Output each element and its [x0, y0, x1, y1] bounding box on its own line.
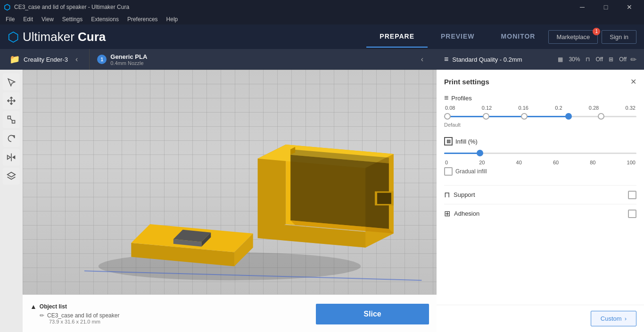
scale-tool[interactable] [3, 111, 20, 128]
support-checkbox[interactable] [628, 191, 636, 199]
infill-tick-labels: 0 20 40 60 80 100 [444, 160, 636, 165]
profiles-row: ≡ Profiles 0.08 0.12 0.16 0.2 0.28 0.32 [444, 94, 636, 128]
chevron-right-icon: › [625, 315, 627, 322]
minimize-button[interactable]: ─ [571, 0, 593, 14]
material-info: Generic PLA 0.4mm Nozzle [110, 53, 147, 66]
svg-marker-4 [12, 155, 16, 159]
right-panel: ≡ Standard Quality - 0.2mm ▦ 30% ⊓ Off ⊞… [437, 49, 644, 332]
viewport-background [23, 70, 437, 294]
quality-header: ≡ Standard Quality - 0.2mm ▦ 30% ⊓ Off ⊞… [437, 49, 644, 70]
profile-icon: ≡ [444, 94, 448, 102]
adhesion-label: ⊞ Adhesion [444, 209, 479, 218]
menu-bar: File Edit View Settings Extensions Prefe… [0, 14, 644, 24]
infill-label: ▦ Infill (%) [444, 137, 636, 146]
top-toolbar: ⬡ Ultimaker Cura PREPARE PREVIEW MONITOR… [0, 24, 644, 49]
profile-values: 0.08 0.12 0.16 0.2 0.28 0.32 [444, 105, 636, 111]
signin-button[interactable]: Sign in [602, 30, 636, 44]
gradual-infill-toggle[interactable] [444, 167, 453, 176]
custom-btn-row: Custom › [437, 305, 644, 332]
printer-section: 📁 Creality Ender-3 ‹ [6, 49, 90, 70]
slice-button[interactable]: Slice [316, 304, 429, 324]
adhesion-checkbox[interactable] [628, 210, 636, 218]
left-sidebar [0, 70, 23, 332]
top-right: Marketplace 1 Sign in [548, 30, 636, 44]
nav-tabs: PREPARE PREVIEW MONITOR [366, 26, 548, 48]
close-print-settings-button[interactable]: ✕ [630, 77, 636, 86]
layers-icon: ≡ [444, 55, 448, 64]
infill-row: ▦ Infill (%) 0 20 40 60 80 100 [444, 137, 636, 176]
layers-tool[interactable] [3, 168, 20, 185]
svg-rect-1 [12, 121, 15, 123]
support-icon-row: ⊓ [444, 190, 450, 199]
select-tool[interactable] [3, 73, 20, 90]
move-tool[interactable] [3, 92, 20, 109]
folder-icon: 📁 [9, 54, 20, 65]
adhesion-icon-row: ⊞ [444, 209, 450, 218]
gradual-infill-checkbox[interactable]: Gradual infill [444, 167, 636, 176]
svg-marker-3 [8, 155, 11, 159]
support-label: ⊓ Support [444, 190, 475, 199]
adhesion-icon: ⊞ [609, 56, 613, 63]
svg-rect-0 [8, 116, 11, 119]
svg-rect-7 [377, 193, 391, 204]
close-button[interactable]: ✕ [619, 0, 640, 14]
menu-file[interactable]: File [2, 15, 18, 24]
tab-monitor[interactable]: MONITOR [488, 26, 549, 48]
printer-chevron[interactable]: ‹ [72, 55, 82, 64]
infill-icon: ▦ [558, 56, 563, 63]
chevron-up-icon: ▲ [30, 303, 37, 310]
menu-edit[interactable]: Edit [19, 15, 37, 24]
material-section: 1 Generic PLA 0.4mm Nozzle ‹ [90, 53, 431, 66]
logo-text: Ultimaker Cura [23, 30, 106, 44]
print-settings-title: Print settings ✕ [444, 77, 636, 86]
profile-slider[interactable] [444, 112, 636, 121]
edit-quality-button[interactable]: ✏ [630, 55, 636, 64]
bottom-bar: ▲ Object list ✏ CE3_case and lid of spea… [23, 294, 437, 332]
material-chevron[interactable]: ‹ [421, 55, 423, 64]
3d-models [23, 70, 437, 294]
marketplace-button[interactable]: Marketplace 1 [548, 30, 598, 44]
material-badge: 1 [97, 55, 107, 64]
slice-btn-container: Slice [316, 304, 429, 324]
tab-prepare[interactable]: PREPARE [366, 26, 428, 48]
infill-slider[interactable] [444, 148, 636, 158]
menu-extensions[interactable]: Extensions [87, 15, 123, 24]
support-row: ⊓ Support [444, 185, 636, 204]
mirror-tool[interactable] [3, 149, 20, 166]
edit-icon: ✏ [40, 312, 44, 319]
title-bar: ⬡ CE3_case and lid of speaker - Ultimake… [0, 0, 644, 14]
menu-view[interactable]: View [38, 15, 58, 24]
tab-preview[interactable]: PREVIEW [428, 26, 488, 48]
app-logo-icon: ⬡ [8, 29, 19, 45]
logo-area: ⬡ Ultimaker Cura [8, 29, 366, 45]
menu-settings[interactable]: Settings [58, 15, 86, 24]
support-icon: ⊓ [586, 56, 590, 63]
maximize-button[interactable]: □ [595, 0, 617, 14]
viewport[interactable]: 📁 Creality Ender-3 ‹ 1 Generic PLA 0.4mm… [0, 49, 437, 332]
content-header: 📁 Creality Ender-3 ‹ 1 Generic PLA 0.4mm… [0, 49, 437, 70]
menu-preferences[interactable]: Preferences [124, 15, 162, 24]
profiles-label: ≡ Profiles [444, 94, 636, 102]
marketplace-badge: 1 [593, 28, 600, 35]
adhesion-row: ⊞ Adhesion [444, 204, 636, 223]
window-title: CE3_case and lid of speaker - Ultimaker … [14, 4, 129, 10]
app-icon: ⬡ [4, 3, 10, 12]
printer-name: Creality Ender-3 [24, 56, 68, 63]
print-settings-panel: Print settings ✕ ≡ Profiles 0.08 0.12 0.… [437, 70, 644, 305]
menu-help[interactable]: Help [163, 15, 182, 24]
quality-icons: ▦ 30% ⊓ Off ⊞ Off [558, 56, 627, 63]
rotate-tool[interactable] [3, 130, 20, 147]
infill-row-icon: ▦ [444, 137, 453, 146]
custom-button[interactable]: Custom › [591, 311, 636, 326]
